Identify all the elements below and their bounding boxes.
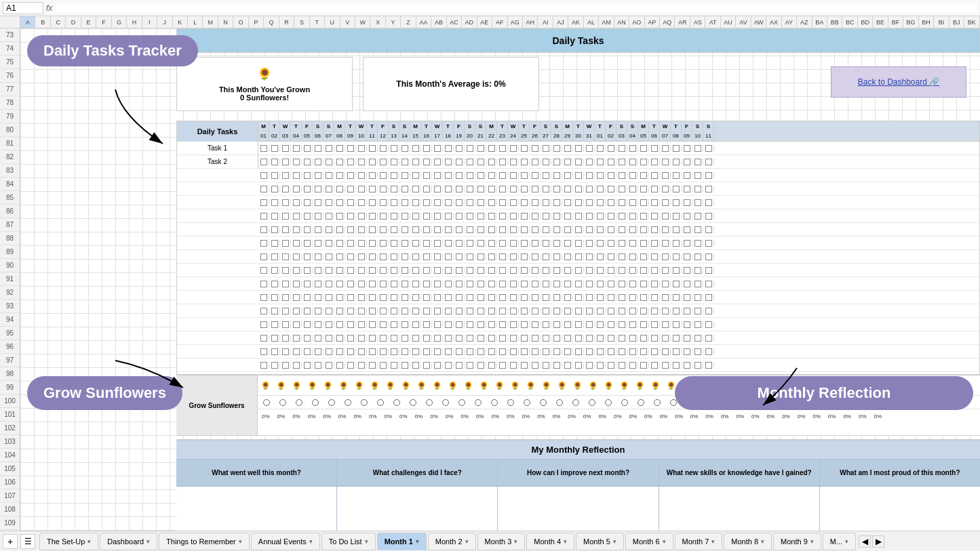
checkbox[interactable] [477, 335, 484, 342]
checkbox[interactable] [553, 281, 560, 287]
checkbox[interactable] [586, 348, 593, 355]
col-header-ag[interactable]: AG [508, 16, 523, 28]
checkbox[interactable] [304, 226, 311, 233]
checkbox[interactable] [271, 362, 278, 369]
checkbox[interactable] [391, 226, 397, 233]
checkbox[interactable] [369, 267, 376, 274]
checkbox[interactable] [445, 335, 452, 342]
checkbox[interactable] [597, 253, 604, 260]
checkbox[interactable] [326, 281, 332, 287]
checkbox[interactable] [597, 240, 604, 247]
tab-month-1[interactable]: Month 1 ▾ [377, 533, 427, 550]
checkbox[interactable] [391, 348, 397, 355]
checkbox[interactable] [543, 145, 549, 152]
col-header-az[interactable]: AZ [797, 16, 812, 28]
checkbox[interactable] [445, 172, 452, 179]
checkbox[interactable] [521, 267, 528, 274]
checkbox[interactable] [684, 281, 690, 287]
checkbox[interactable] [304, 253, 311, 260]
checkbox[interactable] [477, 240, 484, 247]
checkbox[interactable] [586, 294, 593, 301]
checkbox[interactable] [401, 267, 408, 274]
checkbox[interactable] [369, 321, 376, 328]
checkbox[interactable] [553, 159, 560, 165]
checkbox[interactable] [499, 240, 506, 247]
checkbox[interactable] [532, 308, 538, 314]
checkbox[interactable] [423, 145, 430, 152]
checkbox[interactable] [260, 321, 267, 328]
checkbox[interactable] [629, 321, 636, 328]
checkbox[interactable] [369, 308, 376, 314]
checkbox[interactable] [304, 213, 311, 220]
checkbox[interactable] [358, 348, 365, 355]
checkbox[interactable] [467, 294, 473, 301]
checkbox[interactable] [543, 362, 549, 369]
checkbox[interactable] [488, 172, 495, 179]
col-header-i[interactable]: I [142, 16, 157, 28]
col-header-e[interactable]: E [81, 16, 96, 28]
checkbox[interactable] [597, 267, 604, 274]
checkbox[interactable] [499, 362, 506, 369]
checkbox[interactable] [586, 186, 593, 192]
col-header-a[interactable]: A [20, 16, 35, 28]
checkbox[interactable] [282, 145, 289, 152]
checkbox[interactable] [477, 159, 484, 165]
checkbox[interactable] [597, 348, 604, 355]
checkbox[interactable] [423, 335, 430, 342]
checkbox[interactable] [369, 159, 376, 165]
tab-month-9[interactable]: Month 9 ▾ [773, 533, 821, 550]
reflection-col-3-body[interactable] [498, 487, 658, 531]
checkbox[interactable] [304, 308, 311, 314]
checkbox[interactable] [282, 281, 289, 287]
checkbox[interactable] [651, 172, 658, 179]
checkbox[interactable] [293, 362, 300, 369]
checkbox[interactable] [619, 159, 625, 165]
checkbox[interactable] [477, 348, 484, 355]
checkbox[interactable] [662, 145, 669, 152]
checkbox[interactable] [326, 335, 332, 342]
checkbox[interactable] [467, 335, 473, 342]
checkbox[interactable] [423, 267, 430, 274]
checkbox[interactable] [412, 199, 419, 206]
col-header-ay[interactable]: AY [782, 16, 797, 28]
checkbox[interactable] [293, 253, 300, 260]
checkbox[interactable] [640, 145, 647, 152]
checkbox[interactable] [282, 253, 289, 260]
checkbox[interactable] [380, 348, 387, 355]
checkbox[interactable] [456, 362, 463, 369]
checkbox[interactable] [640, 253, 647, 260]
checkbox[interactable] [673, 281, 680, 287]
checkbox[interactable] [694, 308, 701, 314]
checkbox[interactable] [336, 145, 343, 152]
checkbox[interactable] [271, 186, 278, 192]
checkbox[interactable] [467, 362, 473, 369]
checkbox[interactable] [347, 159, 354, 165]
checkbox[interactable] [293, 226, 300, 233]
checkbox[interactable] [336, 253, 343, 260]
checkbox[interactable] [260, 213, 267, 220]
checkbox[interactable] [271, 253, 278, 260]
checkbox[interactable] [293, 335, 300, 342]
checkbox[interactable] [467, 240, 473, 247]
checkbox[interactable] [445, 240, 452, 247]
checkbox[interactable] [488, 145, 495, 152]
checkbox[interactable] [336, 294, 343, 301]
checkbox[interactable] [608, 240, 614, 247]
checkbox[interactable] [347, 362, 354, 369]
checkbox[interactable] [694, 335, 701, 342]
col-header-m[interactable]: M [203, 16, 218, 28]
checkbox[interactable] [586, 267, 593, 274]
checkbox[interactable] [564, 226, 571, 233]
checkbox[interactable] [684, 186, 690, 192]
checkbox[interactable] [510, 362, 517, 369]
checkbox[interactable] [380, 267, 387, 274]
checkbox[interactable] [336, 186, 343, 192]
col-header-f[interactable]: F [96, 16, 111, 28]
checkbox[interactable] [608, 172, 614, 179]
checkbox[interactable] [260, 362, 267, 369]
checkbox[interactable] [260, 226, 267, 233]
checkbox[interactable] [380, 321, 387, 328]
checkbox[interactable] [369, 335, 376, 342]
checkbox[interactable] [597, 281, 604, 287]
checkbox[interactable] [651, 348, 658, 355]
